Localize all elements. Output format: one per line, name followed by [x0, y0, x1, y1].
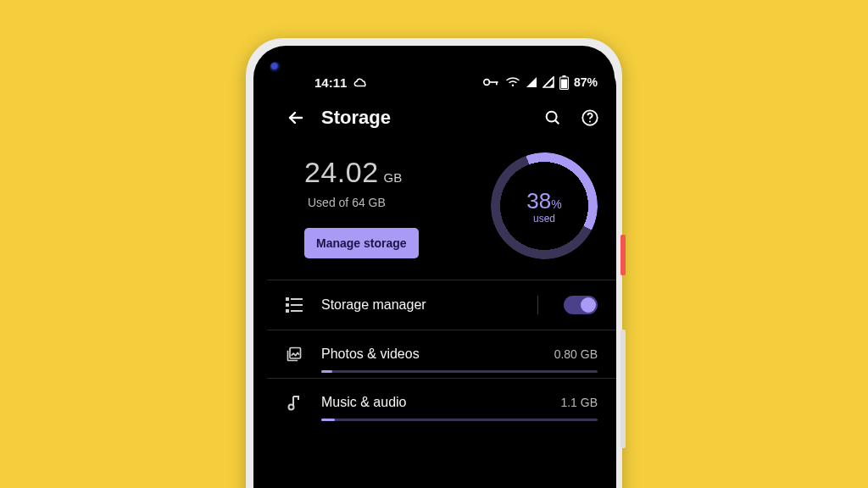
status-bar: 14:11 — [267, 59, 616, 95]
power-button — [620, 235, 626, 275]
screen: 14:11 — [267, 59, 616, 488]
svg-rect-15 — [291, 304, 303, 306]
svg-point-19 — [289, 405, 294, 410]
status-battery-text: 87% — [574, 75, 598, 89]
search-icon[interactable] — [543, 108, 562, 127]
row-label: Storage manager — [321, 297, 519, 313]
row-label: Music & audio — [321, 395, 542, 410]
svg-point-8 — [547, 112, 557, 122]
svg-rect-18 — [290, 348, 301, 359]
phone-frame: 14:11 — [246, 38, 622, 488]
svg-rect-7 — [561, 79, 567, 88]
front-camera — [270, 62, 281, 74]
row-photos-videos[interactable]: Photos & videos 0.80 GB — [267, 330, 616, 378]
vertical-divider — [537, 296, 538, 314]
svg-rect-13 — [291, 298, 303, 300]
storage-manager-icon — [286, 297, 303, 313]
signal-icon-2 — [542, 76, 554, 88]
svg-line-9 — [555, 120, 559, 124]
storage-percent-caption: used — [533, 213, 555, 225]
app-header: Storage — [267, 95, 616, 136]
storage-used-subtitle: Used of 64 GB — [308, 196, 472, 209]
storage-percent-value: 38 — [526, 188, 551, 214]
storage-used-value: 24.02 — [304, 156, 379, 189]
row-progress — [321, 370, 598, 373]
row-label: Photos & videos — [321, 347, 536, 362]
row-progress — [321, 419, 598, 421]
wifi-icon — [505, 76, 520, 88]
svg-rect-17 — [291, 310, 303, 312]
status-time: 14:11 — [314, 75, 347, 90]
row-value: 0.80 GB — [554, 347, 598, 361]
storage-summary: 24.02 GB Used of 64 GB Manage storage 38… — [267, 136, 616, 280]
help-icon[interactable] — [581, 108, 599, 127]
svg-point-0 — [484, 80, 490, 86]
storage-percent-suffix: % — [551, 197, 561, 211]
svg-rect-12 — [286, 297, 289, 301]
svg-point-11 — [589, 121, 591, 123]
cloud-icon — [353, 75, 369, 90]
svg-rect-16 — [286, 309, 289, 313]
music-icon — [286, 394, 303, 411]
row-value: 1.1 GB — [560, 396, 598, 409]
row-storage-manager[interactable]: Storage manager — [267, 280, 616, 330]
svg-point-3 — [512, 85, 514, 86]
manage-storage-button[interactable]: Manage storage — [304, 228, 419, 258]
storage-percent-ring: 38% used — [491, 152, 598, 259]
back-arrow-icon[interactable] — [286, 108, 306, 128]
battery-icon — [559, 75, 569, 90]
storage-manager-toggle[interactable] — [564, 296, 598, 314]
svg-rect-14 — [286, 303, 289, 307]
svg-rect-2 — [496, 81, 498, 85]
row-music-audio[interactable]: Music & audio 1.1 GB — [267, 379, 616, 426]
storage-used-unit: GB — [384, 170, 403, 185]
volume-button — [620, 330, 626, 448]
signal-icon-1 — [526, 76, 537, 88]
vpn-key-icon — [483, 77, 500, 87]
photos-icon — [286, 346, 303, 363]
page-title: Storage — [321, 107, 528, 129]
